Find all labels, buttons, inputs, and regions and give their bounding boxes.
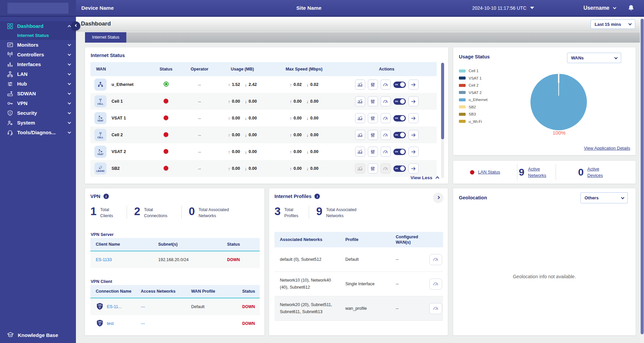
usage-pie-chart xyxy=(530,74,587,130)
speed-test-button[interactable] xyxy=(381,80,391,90)
speed-test-button[interactable] xyxy=(381,96,391,106)
configure-button[interactable] xyxy=(368,96,378,106)
access-networks-value[interactable]: --- xyxy=(135,321,186,326)
access-networks-value[interactable]: --- xyxy=(135,304,186,309)
usage-up-value: 0.00 xyxy=(232,99,240,104)
speed-test-button[interactable] xyxy=(429,254,442,265)
speed-test-button[interactable] xyxy=(429,303,442,314)
page-scrollbar[interactable] xyxy=(640,17,644,343)
chart-button[interactable] xyxy=(355,147,365,157)
sidebar-item-controllers[interactable]: Controllers xyxy=(0,50,76,59)
tab-internet-status[interactable]: Internet Status xyxy=(85,32,126,43)
sidebar-collapse-button[interactable] xyxy=(71,21,80,31)
go-to-wan-button[interactable] xyxy=(409,163,419,174)
wan-profile-value: Default xyxy=(186,304,237,309)
wan-enable-toggle[interactable]: ON xyxy=(393,82,406,88)
go-to-wan-button[interactable] xyxy=(409,80,419,90)
go-to-wan-button[interactable] xyxy=(409,113,419,123)
wan-enable-toggle[interactable]: ON xyxy=(393,98,406,105)
column-header: Profile xyxy=(340,235,390,244)
table-scrollbar[interactable] xyxy=(441,63,444,178)
toggle-knob xyxy=(400,82,405,87)
datetime-dropdown[interactable]: 2024-10-10 11:17:56 UTC xyxy=(472,0,534,16)
stat-label: Total Profiles xyxy=(284,206,302,219)
column-header: WAN xyxy=(90,67,156,71)
sidebar-subitem-internet-status[interactable]: Internet Status xyxy=(0,31,76,40)
sidebar-item-dashboard[interactable]: Dashboard xyxy=(0,21,76,31)
usage-filter-dropdown[interactable]: WANs xyxy=(567,53,621,63)
stat-link[interactable]: LAN Status xyxy=(478,169,500,176)
chart-button[interactable] xyxy=(355,96,365,106)
chevron-down-icon xyxy=(68,130,71,134)
connection-name-link[interactable]: ES-11... xyxy=(107,304,122,309)
chart-button[interactable] xyxy=(355,80,365,90)
operator-value: -- xyxy=(198,150,201,154)
stat-link[interactable]: Active Devices xyxy=(587,166,613,179)
go-to-wan-button[interactable] xyxy=(409,147,419,157)
table-row: VPNES-11...---DefaultDOWN xyxy=(90,298,260,315)
info-icon[interactable]: i xyxy=(103,194,109,199)
sidebar-item-security[interactable]: Security xyxy=(0,108,76,118)
go-to-wan-button[interactable] xyxy=(409,96,419,106)
status-badge: DOWN xyxy=(222,257,260,262)
scrollbar-thumb[interactable] xyxy=(641,19,644,334)
configure-button[interactable] xyxy=(368,113,378,123)
vpn-client-name-link[interactable]: ES-1133 xyxy=(90,257,153,262)
speed-test-button[interactable] xyxy=(381,130,391,140)
info-icon[interactable]: i xyxy=(314,194,320,199)
table-row-sb2: LBANDSB2--↑0.00↓0.00↑0.00↓0.00ON xyxy=(90,160,437,177)
notifications-bell-icon[interactable] xyxy=(628,4,635,11)
speed-test-button[interactable] xyxy=(429,279,442,290)
chevron-down-icon xyxy=(68,111,71,114)
internet-profiles-card: Internet Profiles i 3Total Profiles9Tota… xyxy=(269,188,448,336)
scrollbar-thumb[interactable] xyxy=(441,63,444,139)
chevron-up-icon xyxy=(435,176,439,180)
cell-icon: CELL xyxy=(94,129,106,141)
speed-test-button[interactable] xyxy=(381,147,391,157)
wan-enable-toggle[interactable]: ON xyxy=(393,149,406,155)
status-down-icon xyxy=(164,99,168,103)
user-menu[interactable]: Username xyxy=(584,0,616,16)
chart-button[interactable] xyxy=(355,130,365,140)
configured-wans-value: -- xyxy=(390,253,424,266)
sidebar-item-knowledge-base[interactable]: Knowledge Base xyxy=(0,327,76,343)
time-range-dropdown[interactable]: Last 15 mins xyxy=(591,19,635,29)
configure-button[interactable] xyxy=(368,163,378,174)
sidebar-item-vpn[interactable]: VPN xyxy=(0,98,76,108)
profile-link[interactable]: Default xyxy=(340,253,390,266)
connection-name-link[interactable]: test xyxy=(107,321,114,326)
lband-icon: LBAND xyxy=(94,162,106,175)
wan-enable-toggle[interactable]: ON xyxy=(393,115,406,121)
go-to-wan-button[interactable] xyxy=(409,130,419,140)
wan-enable-toggle[interactable]: ON xyxy=(393,132,406,138)
stat-link[interactable]: Active Networks xyxy=(528,166,554,179)
geolocation-filter-dropdown[interactable]: Others xyxy=(581,192,628,203)
sidebar-item-sdwan[interactable]: SDWAN xyxy=(0,89,76,98)
toggle-on-label: ON xyxy=(395,151,398,153)
stat-value: 9 xyxy=(316,206,322,217)
wan-enable-toggle[interactable]: ON xyxy=(393,165,406,172)
sidebar-item-hub[interactable]: Hub xyxy=(0,79,76,89)
view-less-link[interactable]: View Less xyxy=(411,175,439,180)
column-header: Usage (MB) xyxy=(223,67,262,71)
chevron-down-icon xyxy=(68,52,71,56)
chart-button[interactable] xyxy=(355,113,365,123)
configure-button[interactable] xyxy=(368,147,378,157)
configure-button[interactable] xyxy=(368,130,378,140)
configure-button[interactable] xyxy=(368,80,378,90)
pie-legend: Cell 1VSAT 1Cell 2VSAT 2u_EthernetSB2SB3… xyxy=(459,69,487,124)
view-application-details-link[interactable]: View Application Details xyxy=(584,146,630,151)
sidebar-item-system[interactable]: System xyxy=(0,118,76,128)
next-page-button[interactable] xyxy=(433,193,443,203)
speed-test-button[interactable] xyxy=(381,113,391,123)
sidebar-item-tools-diagnos[interactable]: Tools/Diagnos... xyxy=(0,128,76,137)
main-content: Dashboard Last 15 mins Internet Status I… xyxy=(76,17,640,343)
sidebar-item-interfaces[interactable]: Interfaces xyxy=(0,59,76,69)
stat-label: Total Clients xyxy=(100,206,120,219)
profile-link[interactable]: wan_profile xyxy=(340,302,390,315)
profile-link[interactable]: Single Interface xyxy=(340,278,390,290)
chevron-left-icon xyxy=(75,24,78,27)
sidebar-item-lan[interactable]: LAN xyxy=(0,69,76,79)
sidebar-item-monitors[interactable]: Monitors xyxy=(0,40,76,50)
wan-type-label: CELL xyxy=(97,103,103,105)
